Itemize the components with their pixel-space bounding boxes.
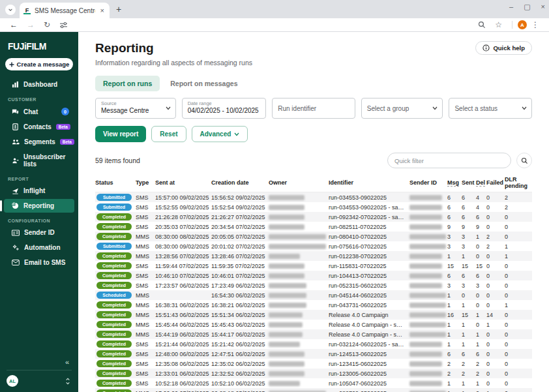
owner-redacted-text xyxy=(269,224,304,230)
sidebar-item-reporting[interactable]: Reporting xyxy=(4,199,74,213)
column-header-creation-date[interactable]: Creation date xyxy=(211,179,269,186)
sent-count-cell: 3 xyxy=(462,243,476,250)
owner-cell xyxy=(269,303,329,308)
table-row[interactable]: CompletedMMS08:30:00 08/02/202520:05:05 … xyxy=(95,232,532,241)
owner-cell xyxy=(269,244,329,249)
table-row[interactable]: CompletedMMS15:44:19 06/02/202515:44:17 … xyxy=(95,329,532,339)
table-row[interactable]: CompletedMMS15:45:44 06/02/202515:45:43 … xyxy=(95,320,532,329)
sent-count-cell: 1 xyxy=(462,380,476,387)
table-row[interactable]: CompletedMMS13:28:56 07/02/202513:28:46 … xyxy=(95,251,532,261)
sidebar-item-inflight[interactable]: Inflight xyxy=(4,184,74,198)
sidebar-item-chat[interactable]: Chat 0 xyxy=(4,104,74,119)
quick-filter-input[interactable] xyxy=(387,153,511,168)
column-header-failed[interactable]: Failed xyxy=(486,179,505,186)
sidebar-item-label: Email to SMS xyxy=(24,259,65,266)
table-row[interactable]: CompletedSMS10:52:18 06/02/202510:52:10 … xyxy=(95,378,532,388)
table-row[interactable]: CompletedMMS17:00:00 07/02/202520:28:18 … xyxy=(95,388,532,392)
sidebar-item-unsubscriber-lists[interactable]: Unsubscriber lists xyxy=(4,150,74,171)
type-cell: MMS xyxy=(136,234,155,240)
table-row[interactable]: CompletedSMS11:59:44 07/02/202511:59:35 … xyxy=(95,261,532,271)
browser-menu-icon[interactable]: ⋮ xyxy=(531,21,539,29)
status-badge: Completed xyxy=(96,223,132,230)
table-row[interactable]: CompletedSMS12:33:01 06/02/202512:32:52 … xyxy=(95,369,532,378)
date-range-field[interactable]: Date range 04/02/2025 - 10/02/2025 xyxy=(182,98,267,119)
browser-tab[interactable]: F SMS Message Centre × xyxy=(20,3,110,18)
bookmark-star-icon[interactable]: ☆ xyxy=(495,21,502,29)
sender-id-redacted-text xyxy=(409,322,446,327)
window-minimize-button[interactable]: – xyxy=(509,3,513,11)
sidebar-item-dashboard[interactable]: Dashboard xyxy=(4,78,74,91)
delivered-count-cell: 0 xyxy=(476,243,486,250)
back-button[interactable]: ← xyxy=(10,21,18,29)
type-cell: MMS xyxy=(136,243,155,250)
search-button[interactable] xyxy=(516,153,532,168)
table-row[interactable]: CompletedMMS15:51:43 06/02/202515:51:34 … xyxy=(95,310,532,320)
status-select[interactable]: Select a status xyxy=(449,98,532,119)
tab-report-on-runs[interactable]: Report on runs xyxy=(95,76,160,91)
sent-at-cell: 21:26:28 07/02/2025 xyxy=(155,214,211,220)
type-cell: SMS xyxy=(136,263,155,269)
sidebar-item-email-to-sms[interactable]: Email to SMS xyxy=(4,256,74,269)
owner-cell xyxy=(269,264,329,269)
group-placeholder: Select a group xyxy=(367,105,409,112)
table-row[interactable]: CompletedSMS17:23:57 06/02/202517:23:49 … xyxy=(95,280,532,290)
table-header: StatusTypeSent atCreation dateOwnerIdent… xyxy=(95,173,532,192)
column-header-type[interactable]: Type xyxy=(136,179,155,186)
table-row[interactable]: SubmittedMMS08:30:00 09/02/202520:01:02 … xyxy=(95,241,532,251)
column-header-del[interactable]: Del xyxy=(476,179,485,186)
sender-id-cell xyxy=(409,293,447,298)
table-row[interactable]: ScheduledMMS16:54:30 06/02/2025run-04514… xyxy=(95,290,532,300)
sidebar-item-contacts[interactable]: Contacts Beta xyxy=(4,120,74,134)
quick-help-button[interactable]: Quick help xyxy=(475,41,532,55)
table-row[interactable]: CompletedSMS15:21:44 06/02/202515:21:42 … xyxy=(95,339,532,349)
user-avatar[interactable]: AL xyxy=(7,375,18,387)
dashboard-icon xyxy=(12,81,19,88)
up-down-chevron-icon[interactable] xyxy=(65,378,70,385)
zoom-icon[interactable] xyxy=(478,21,486,29)
table-row[interactable]: SubmittedSMS15:52:55 09/02/202515:52:54 … xyxy=(95,202,532,212)
table-row[interactable]: SubmittedSMS15:57:00 09/02/202515:56:52 … xyxy=(95,192,532,202)
tune-icon[interactable] xyxy=(59,22,68,29)
window-maximize-button[interactable]: ▢ xyxy=(524,3,530,11)
column-header-sent[interactable]: Sent xyxy=(462,179,476,186)
items-found-count: 59 items found xyxy=(95,157,140,164)
column-header-owner[interactable]: Owner xyxy=(269,179,329,186)
status-badge: Completed xyxy=(96,321,132,328)
advanced-button[interactable]: Advanced xyxy=(192,126,248,142)
run-identifier-placeholder: Run identifier xyxy=(278,105,316,112)
table-row[interactable]: CompletedSMS10:46:10 07/02/202510:46:01 … xyxy=(95,271,532,280)
status-badge: Completed xyxy=(96,262,132,269)
column-header-sender-id[interactable]: Sender ID xyxy=(409,179,447,186)
run-identifier-input[interactable]: Run identifier xyxy=(272,98,355,119)
create-message-button[interactable]: Create a message xyxy=(5,58,73,70)
table-row[interactable]: CompletedSMS21:26:28 07/02/202521:26:27 … xyxy=(95,212,532,222)
column-header-status[interactable]: Status xyxy=(95,179,136,186)
sender-id-cell xyxy=(409,361,447,367)
column-header-sent-at[interactable]: Sent at xyxy=(155,179,211,186)
new-tab-button[interactable]: + xyxy=(116,4,121,14)
column-header-dlr-pending[interactable]: DLR pending xyxy=(505,176,532,189)
window-close-button[interactable]: × xyxy=(541,3,545,11)
sidebar-collapse-button[interactable]: « xyxy=(0,358,78,370)
sidebar-item-segments[interactable]: Segments Beta xyxy=(4,135,74,149)
reload-button[interactable]: ↻ xyxy=(44,21,50,29)
forward-button[interactable]: → xyxy=(27,21,35,29)
view-report-button[interactable]: View report xyxy=(95,126,146,142)
sidebar-item-sender-id[interactable]: Sender ID xyxy=(4,226,74,239)
tab-search-button[interactable] xyxy=(5,5,16,15)
tab-strip: F SMS Message Centre × + – ▢ × xyxy=(0,0,549,18)
column-header-identifier[interactable]: Identifier xyxy=(329,179,409,186)
sidebar-item-automation[interactable]: Automation xyxy=(4,241,74,254)
group-select[interactable]: Select a group xyxy=(361,98,443,119)
column-header-msg[interactable]: Msg xyxy=(447,179,459,186)
tab-close-icon[interactable]: × xyxy=(99,7,106,14)
sidebar-item-label: Dashboard xyxy=(23,81,57,88)
tab-report-on-messages[interactable]: Report on messages xyxy=(162,76,245,91)
reset-button[interactable]: Reset xyxy=(151,126,186,142)
table-row[interactable]: CompletedSMS12:48:00 06/02/202512:47:51 … xyxy=(95,349,532,359)
profile-avatar[interactable]: A xyxy=(518,20,527,29)
source-select[interactable]: Source Message Centre xyxy=(95,98,176,119)
table-row[interactable]: CompletedMMS16:38:31 06/02/202516:38:21 … xyxy=(95,300,532,310)
table-row[interactable]: CompletedSMS20:35:03 07/02/202520:34:54 … xyxy=(95,222,532,232)
table-row[interactable]: CompletedSMS12:35:08 06/02/202512:35:02 … xyxy=(95,359,532,369)
